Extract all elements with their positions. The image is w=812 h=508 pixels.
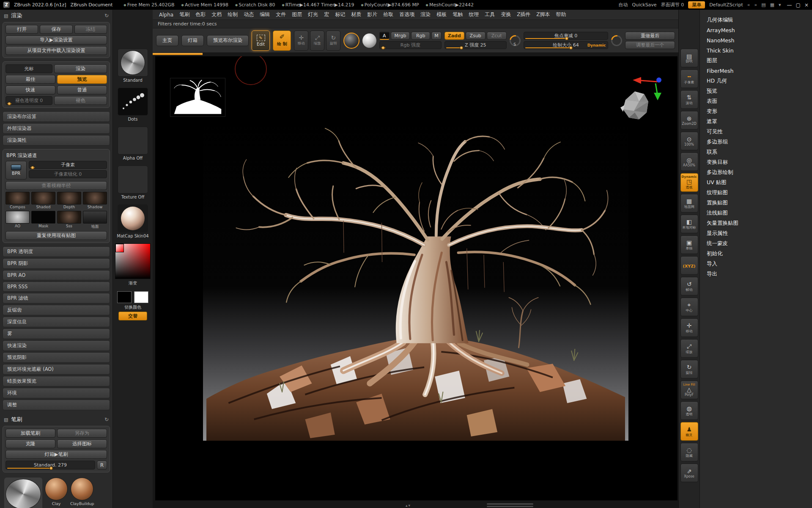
right-shelf-button[interactable]: ◧ 本地对称	[680, 215, 698, 233]
load-render-settings-button[interactable]: 从项目文件中载入渲染设置	[5, 46, 107, 55]
current-brush-tile[interactable]: Standard	[4, 478, 42, 508]
right-shelf-button[interactable]: ⇗ Xpose	[680, 464, 698, 482]
bpr-pass-thumb[interactable]: Shadow	[83, 192, 107, 209]
caret-icon[interactable]: ▾	[779, 2, 781, 8]
mrgb-button[interactable]: Mrgb	[391, 32, 410, 40]
clone-brush-button[interactable]: 克隆	[5, 439, 55, 448]
menu-item[interactable]: 帮助	[553, 10, 569, 19]
render-subsection-row[interactable]: BPR SSS	[3, 282, 110, 292]
bpr-pass-thumb[interactable]: Sss	[57, 211, 81, 229]
document-viewport[interactable]	[155, 56, 678, 500]
fast-render-button[interactable]: 快速	[5, 86, 55, 94]
tool-subpalette-item[interactable]: 法线贴图	[700, 208, 812, 218]
reuse-maps-button[interactable]: 重复使用现有贴图	[5, 231, 107, 240]
dock-right-icon[interactable]: »	[754, 2, 757, 8]
brush-tile[interactable]: ClayBuildup	[70, 478, 94, 506]
tool-subpalette-item[interactable]: 矢量置换贴图	[700, 218, 812, 228]
menu-item[interactable]: 工具	[482, 10, 498, 19]
bpr-pass-thumb[interactable]: Mask	[31, 211, 55, 229]
subpixel-slider[interactable]: 子像素	[29, 161, 107, 169]
menu-item[interactable]: 笔刷	[176, 10, 192, 19]
canvas-area[interactable]: ▴▾	[153, 53, 678, 508]
gradient-label[interactable]: 渐变	[129, 280, 137, 286]
texture-slot[interactable]: Texture Off	[118, 166, 148, 199]
menu-item[interactable]: 文件	[273, 10, 289, 19]
render-save-button[interactable]: 保存	[40, 25, 72, 34]
right-shelf-button[interactable]: Dynamic ◳ 透视	[680, 173, 698, 192]
best-render-button[interactable]: 最佳	[5, 75, 55, 84]
dock-left-icon[interactable]: «	[747, 2, 750, 8]
right-shelf-button[interactable]: ▤ BPR	[680, 49, 698, 67]
lightbox-button[interactable]: 灯箱	[181, 35, 204, 46]
panel-layout-icon[interactable]: ▤	[761, 2, 765, 8]
texture-off-thumbnail[interactable]	[118, 166, 148, 193]
edit-button[interactable]: ✎ Edit	[252, 30, 270, 51]
fade-button[interactable]: 褪色	[54, 96, 107, 105]
menu-item[interactable]: 变换	[498, 10, 514, 19]
tool-subpalette-item[interactable]: 变形	[700, 106, 812, 116]
hue-corner-swatch[interactable]	[115, 244, 124, 252]
bpr-passes-header[interactable]: BPR 渲染通道	[5, 152, 107, 159]
stroke-slot-thumbnail[interactable]	[118, 88, 148, 116]
secondary-color-swatch[interactable]	[134, 291, 148, 303]
zsub-button[interactable]: Zsub	[466, 32, 486, 40]
tool-subpalette-item[interactable]: ArrayMesh	[700, 25, 812, 35]
menu-toggle-button[interactable]: 菜单	[688, 1, 705, 8]
m-button[interactable]: M	[431, 32, 442, 40]
bpr-render-button[interactable]: BPR	[5, 161, 27, 179]
render-open-button[interactable]: 打开	[5, 25, 38, 34]
tool-subpalette-item[interactable]: 多边形绘制	[700, 167, 812, 177]
tool-subpalette-item[interactable]: 初始化	[700, 248, 812, 259]
subpixel-sharpen-slider[interactable]: 子像素锐化 0	[29, 170, 107, 178]
tool-subpalette-item[interactable]: 置换贴图	[700, 198, 812, 208]
focal-shift-slider[interactable]: 焦点衰减 0	[524, 32, 609, 40]
alternate-color-button[interactable]: 交替	[118, 312, 147, 320]
right-shelf-button[interactable]: ↻ 旋转	[680, 360, 698, 378]
anchor-button[interactable]: A	[379, 32, 390, 40]
right-shelf-button[interactable]: ╍ 子像素	[680, 69, 698, 88]
render-palette-header[interactable]: ▧ 渲染 ↻	[0, 10, 112, 22]
rendered-sculpt[interactable]	[203, 120, 628, 441]
menu-item[interactable]: 标记	[332, 10, 348, 19]
render-subsection-row[interactable]: 快速渲染	[3, 340, 110, 351]
rgb-intensity-slider[interactable]: Rgb 强度	[379, 41, 442, 49]
render-section-row[interactable]: 渲染布尔运算	[3, 111, 110, 122]
matcap-thumbnail[interactable]	[118, 204, 148, 232]
menu-item[interactable]: Z脚本	[533, 10, 553, 19]
right-shelf-button[interactable]: ↺ 帧动	[680, 277, 698, 295]
brush-tile[interactable]: Clay	[45, 478, 68, 506]
bpr-pass-thumb[interactable]: Depth	[57, 192, 81, 209]
bpr-pass-thumb[interactable]: 地面	[83, 211, 107, 229]
gyro-nav-button[interactable]: ↻ 旋转	[326, 30, 340, 51]
preview-boolean-button[interactable]: 预览布尔渲染	[207, 35, 249, 46]
tool-subpalette-item[interactable]: HD 几何	[700, 76, 812, 86]
brush-slot-thumbnail[interactable]	[118, 49, 148, 77]
sculptris-pro-icon[interactable]	[343, 33, 359, 49]
render-button[interactable]: 渲染	[54, 64, 107, 73]
switch-color-button[interactable]: 切换颜色	[124, 304, 141, 310]
import-render-settings-button[interactable]: 导入▶渲染设置	[5, 36, 107, 44]
gyro-nav-button[interactable]: ✛ 移动	[294, 30, 308, 51]
right-shelf-button[interactable]: ◌ 隐藏	[680, 443, 698, 461]
render-subsection-row[interactable]: 深度信息	[3, 317, 110, 327]
preview-render-button[interactable]: 预览	[57, 75, 107, 84]
render-subsection-row[interactable]: 预览环境光遮蔽 (AO)	[3, 364, 110, 375]
right-shelf-button[interactable]: (XYZ)	[680, 256, 698, 275]
smooth-sphere-icon[interactable]	[362, 33, 376, 48]
focal-knob-icon[interactable]: S	[508, 33, 523, 48]
tool-subpalette-item[interactable]: 遮罩	[700, 116, 812, 127]
redo-last-button[interactable]: 重做最后	[625, 32, 675, 40]
right-shelf-button[interactable]: ♟ 幽灵	[680, 422, 698, 441]
tool-subpalette-item[interactable]: 几何体编辑	[700, 15, 812, 25]
menu-item[interactable]: 首选项	[396, 10, 417, 19]
render-subsection-row[interactable]: 反锯齿	[3, 305, 110, 315]
tool-subpalette-item[interactable]: Thick Skin	[700, 45, 812, 55]
bpr-pass-thumb[interactable]: Shaded	[31, 192, 55, 209]
menu-item[interactable]: 绘制	[225, 10, 241, 19]
home-button[interactable]: 主页	[156, 35, 178, 46]
auto-quicksave-label[interactable]: 自动	[619, 2, 628, 8]
render-section-row[interactable]: 渲染属性	[3, 135, 110, 146]
menu-item[interactable]: 材质	[348, 10, 364, 19]
rgb-button[interactable]: Rgb	[411, 32, 430, 40]
tool-subpalette-item[interactable]: 图层	[700, 55, 812, 66]
